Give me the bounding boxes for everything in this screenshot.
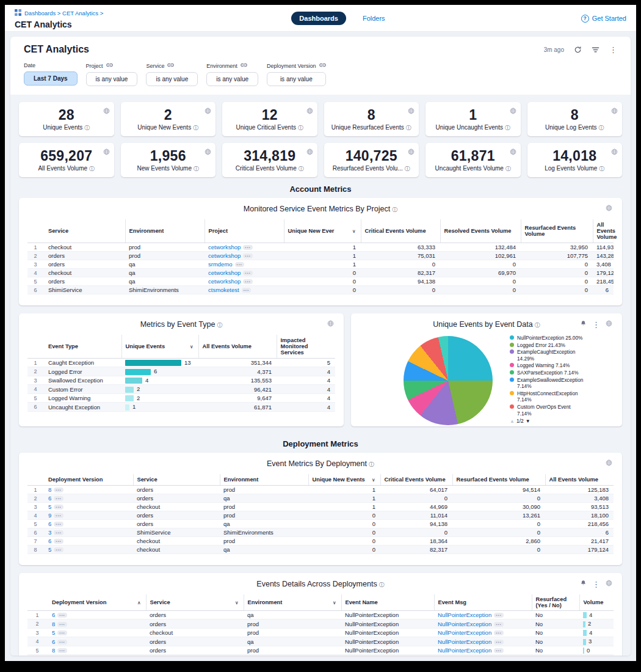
globe-icon[interactable]	[606, 580, 612, 588]
project-link[interactable]: cetworkshop	[208, 278, 241, 285]
more-icon[interactable]: •••	[242, 288, 251, 293]
filter-project[interactable]: is any value	[86, 72, 138, 86]
legend-item[interactable]: Logged Error 21.43%	[510, 342, 583, 349]
kebab-menu-icon[interactable]: ⋮	[592, 321, 600, 329]
column-header-resolved-events-volume[interactable]: Resolved Events Volume	[440, 219, 521, 243]
project-cell[interactable]: srmdemo•••	[205, 260, 284, 269]
more-icon[interactable]: •••	[54, 505, 63, 509]
version-cell[interactable]: 5•••	[48, 655, 146, 656]
more-icon[interactable]: •••	[243, 245, 252, 250]
event_msg-link[interactable]: NullPointerException	[438, 638, 491, 645]
version-link[interactable]: 6	[52, 638, 55, 645]
project-cell[interactable]: cetworkshop•••	[205, 277, 284, 286]
legend-item[interactable]: HttpHostConnectException 7.14%	[510, 390, 583, 403]
tab-folders[interactable]: Folders	[355, 12, 393, 25]
column-header-event-type[interactable]: Event Type	[45, 335, 121, 359]
globe-icon[interactable]	[606, 459, 612, 468]
more-icon[interactable]: •••	[57, 630, 67, 635]
column-header-service[interactable]: Service∨	[146, 594, 244, 611]
more-icon[interactable]: •••	[57, 613, 67, 618]
filter-icon[interactable]	[592, 46, 599, 53]
column-header-all-events-volume[interactable]: All Events Volume	[198, 335, 277, 359]
column-header-unique-new-events[interactable]: Unique New Events∨	[308, 474, 380, 486]
legend-page-up-icon[interactable]: ▲	[510, 418, 515, 424]
version-link[interactable]: 8	[52, 647, 55, 654]
refresh-icon[interactable]	[574, 46, 582, 54]
event_msg-cell[interactable]: NullPointerException•••	[434, 611, 532, 619]
filter-deployment-version[interactable]: is any value	[267, 72, 326, 86]
version-cell[interactable]: 8•••	[48, 646, 146, 654]
more-icon[interactable]: •••	[54, 530, 63, 535]
more-icon[interactable]: •••	[57, 640, 67, 645]
version-cell[interactable]: 6•••	[48, 637, 146, 646]
tab-dashboards[interactable]: Dashboards	[291, 12, 346, 25]
column-header-unique-events[interactable]: Unique Events∨	[121, 335, 198, 359]
legend-item[interactable]: ExampleCaughtException 14.29%	[510, 349, 583, 362]
version-cell[interactable]: 8•••	[45, 486, 133, 494]
pie-chart[interactable]	[404, 336, 493, 425]
more-icon[interactable]: •••	[243, 254, 252, 258]
project-cell[interactable]: cetworkshop•••	[205, 269, 284, 277]
version-cell[interactable]: 8•••	[48, 619, 146, 628]
legend-item[interactable]: ExampleSwallowedException 7.14%	[510, 377, 583, 390]
breadcrumb[interactable]: Dashboards > CET Analytics >	[24, 10, 103, 16]
project-cell[interactable]: cetworkshop•••	[205, 252, 284, 260]
project-link[interactable]: ctsmoketest	[208, 287, 239, 293]
more-icon[interactable]: •••	[494, 630, 503, 635]
version-cell[interactable]: 9•••	[45, 511, 133, 520]
project-cell[interactable]: cetworkshop•••	[205, 243, 284, 252]
globe-icon[interactable]	[606, 205, 612, 213]
column-header-service[interactable]: Service	[133, 474, 220, 486]
project-link[interactable]: cetworkshop	[208, 269, 241, 276]
legend-item[interactable]: Custom OverOps Event 7.14%	[510, 404, 583, 417]
column-header-resurfaced-events-volume[interactable]: Resurfaced Events Volume	[521, 219, 593, 243]
kebab-menu-icon[interactable]: ⋮	[592, 580, 600, 588]
version-cell[interactable]: 6•••	[45, 494, 133, 503]
legend-item[interactable]: SAXParseException 7.14%	[510, 370, 583, 376]
more-icon[interactable]: •••	[54, 539, 63, 544]
version-cell[interactable]: 6•••	[48, 611, 146, 619]
more-icon[interactable]: •••	[494, 613, 503, 618]
column-header-impacted-monitored-services[interactable]: Impacted Monitored Services	[277, 335, 335, 359]
project-link[interactable]: srmdemo	[208, 261, 233, 268]
version-link[interactable]: 5	[48, 546, 51, 553]
filter-service[interactable]: is any value	[146, 72, 198, 86]
column-header-all-events-volume[interactable]: All Events Volume	[593, 219, 614, 243]
column-header-environment[interactable]: Environment	[125, 219, 205, 243]
more-icon[interactable]: •••	[54, 522, 63, 527]
get-started-link[interactable]: Get Started	[592, 15, 626, 22]
legend-page-down-icon[interactable]: ▼	[526, 418, 531, 424]
version-cell[interactable]: 5•••	[45, 503, 133, 511]
version-link[interactable]: 5	[48, 503, 51, 510]
version-link[interactable]: 6	[52, 612, 55, 618]
event_msg-cell[interactable]: NullPointerException•••	[434, 637, 532, 646]
column-header-project[interactable]: Project	[205, 219, 284, 243]
column-header-deployment-version[interactable]: Deployment Version∧	[48, 594, 146, 611]
column-header-unique-new-ever[interactable]: Unique New Ever∨	[284, 219, 361, 243]
project-link[interactable]: cetworkshop	[208, 244, 241, 250]
more-icon[interactable]: •••	[57, 648, 67, 653]
version-cell[interactable]: 3•••	[45, 528, 133, 537]
event_msg-link[interactable]: NullPointerException	[438, 647, 491, 654]
version-cell[interactable]: 6•••	[45, 520, 133, 528]
more-icon[interactable]: •••	[57, 622, 67, 627]
more-icon[interactable]: •••	[243, 271, 252, 276]
column-header-resurfaced-events-volume[interactable]: Resurfaced Events Volume	[452, 474, 545, 486]
legend-item[interactable]: Logged Warning 7.14%	[510, 362, 583, 369]
more-icon[interactable]: •••	[54, 488, 63, 492]
more-icon[interactable]: •••	[494, 622, 503, 627]
version-link[interactable]: 6	[48, 495, 51, 502]
more-icon[interactable]: •••	[54, 513, 63, 518]
column-header-critical-events-volume[interactable]: Critical Events Volume	[380, 474, 452, 486]
column-header-all-events-volume[interactable]: All Events Volume	[545, 474, 614, 486]
column-header-deployment-version[interactable]: Deployment Version	[45, 474, 133, 486]
event_msg-cell[interactable]: NullPointerException•••	[434, 619, 532, 628]
filter-date[interactable]: Last 7 Days	[24, 71, 78, 86]
project-link[interactable]: cetworkshop	[208, 252, 241, 259]
globe-icon[interactable]	[327, 320, 334, 329]
column-header-resurfaced[interactable]: Resurfaced(Yes / No)	[532, 594, 579, 611]
version-cell[interactable]: 5•••	[48, 628, 146, 637]
kebab-menu-icon[interactable]: ⋮	[609, 46, 617, 54]
event_msg-link[interactable]: NullPointerException	[438, 629, 491, 636]
version-link[interactable]: 8	[52, 621, 55, 627]
